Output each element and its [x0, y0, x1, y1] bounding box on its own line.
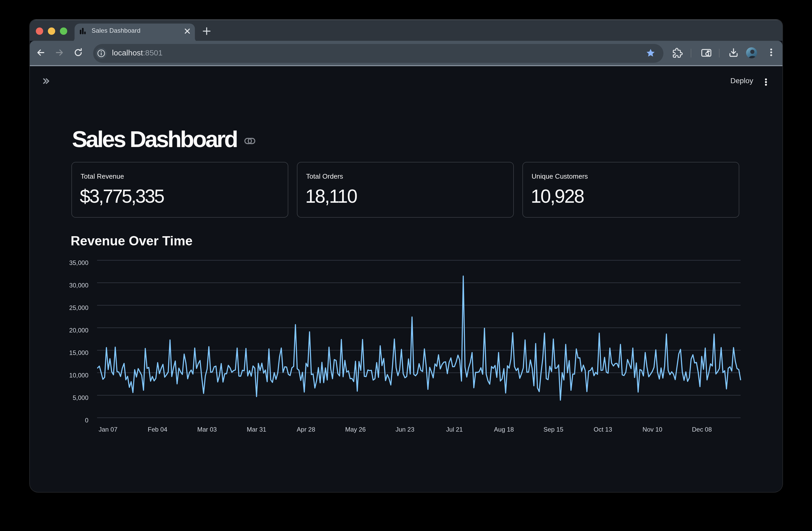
svg-text:30,000: 30,000	[69, 282, 88, 289]
svg-text:Jun 23: Jun 23	[395, 426, 415, 433]
svg-text:Apr 28: Apr 28	[296, 426, 315, 433]
svg-text:Mar 03: Mar 03	[197, 426, 217, 433]
svg-text:Feb 04: Feb 04	[148, 426, 168, 433]
svg-text:Aug 18: Aug 18	[494, 426, 514, 433]
svg-text:Mar 31: Mar 31	[247, 426, 266, 433]
svg-text:Nov 10: Nov 10	[642, 426, 662, 433]
svg-text:Jul 21: Jul 21	[446, 426, 463, 433]
svg-text:Oct 13: Oct 13	[594, 426, 612, 433]
svg-text:Sep 15: Sep 15	[543, 426, 563, 433]
svg-text:15,000: 15,000	[69, 349, 88, 356]
svg-text:May 26: May 26	[345, 426, 366, 433]
svg-text:20,000: 20,000	[69, 327, 88, 334]
svg-text:Dec 08: Dec 08	[692, 426, 712, 433]
svg-text:25,000: 25,000	[69, 304, 88, 311]
svg-text:10,000: 10,000	[69, 372, 88, 379]
svg-text:Jan 07: Jan 07	[99, 426, 117, 433]
svg-text:5,000: 5,000	[73, 394, 88, 401]
svg-text:0: 0	[85, 417, 88, 424]
svg-text:35,000: 35,000	[69, 259, 88, 266]
